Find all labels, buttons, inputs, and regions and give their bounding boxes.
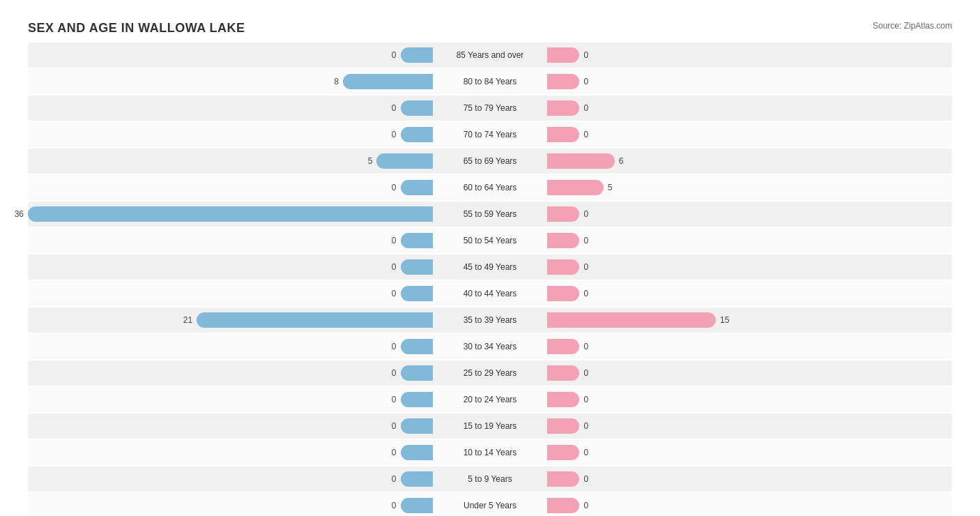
female-value: 0	[583, 289, 588, 298]
female-bar: 0	[547, 418, 579, 434]
left-bar-container: 0	[28, 418, 434, 434]
female-value: 0	[583, 209, 588, 219]
male-bar: 36	[28, 206, 433, 222]
female-value: 0	[583, 421, 588, 431]
female-bar: 0	[547, 339, 579, 354]
chart-header: SEX AND AGE IN WALLOWA LAKE Source: ZipA…	[28, 21, 952, 36]
female-bar: 0	[547, 471, 579, 487]
female-value: 0	[583, 395, 588, 404]
female-bar: 0	[547, 127, 579, 142]
right-bar-container: 0	[546, 498, 952, 513]
left-bar-container: 0	[28, 498, 434, 513]
age-label: 5 to 9 Years	[434, 474, 546, 484]
age-label: 25 to 29 Years	[434, 368, 546, 378]
chart-row: 030 to 34 Years0	[28, 334, 952, 359]
right-bar-container: 0	[546, 47, 952, 63]
chart-wrapper: 085 Years and over0880 to 84 Years0075 t…	[28, 43, 952, 516]
chart-row: 565 to 69 Years6	[28, 149, 952, 174]
male-bar: 0	[401, 286, 433, 301]
male-value: 0	[392, 421, 397, 431]
male-value: 0	[392, 50, 397, 60]
age-label: 80 to 84 Years	[434, 77, 546, 86]
right-bar-container: 6	[546, 153, 952, 169]
male-bar: 8	[343, 74, 433, 89]
left-bar-container: 8	[28, 74, 434, 89]
male-value: 21	[183, 315, 192, 325]
age-label: 70 to 74 Years	[434, 130, 546, 139]
chart-row: 015 to 19 Years0	[28, 413, 952, 439]
right-bar-container: 0	[546, 339, 952, 354]
male-bar: 0	[401, 127, 433, 142]
female-bar: 0	[547, 445, 579, 460]
age-label: 65 to 69 Years	[434, 156, 546, 166]
female-bar: 0	[547, 286, 579, 301]
male-value: 0	[392, 289, 397, 298]
female-value: 0	[583, 77, 588, 86]
male-bar: 0	[401, 47, 433, 63]
left-bar-container: 0	[28, 100, 434, 116]
male-bar: 0	[401, 445, 433, 460]
chart-row: 060 to 64 Years5	[28, 175, 952, 200]
female-value: 0	[583, 236, 588, 245]
male-value: 0	[392, 130, 397, 139]
female-bar: 15	[547, 312, 716, 328]
chart-row: 045 to 49 Years0	[28, 255, 952, 280]
left-bar-container: 0	[28, 286, 434, 301]
male-value: 0	[392, 103, 397, 113]
chart-row: 020 to 24 Years0	[28, 387, 952, 412]
age-label: 60 to 64 Years	[434, 183, 546, 192]
female-value: 0	[583, 342, 588, 351]
female-bar: 0	[547, 47, 579, 63]
male-bar: 21	[197, 312, 433, 328]
female-bar: 0	[547, 392, 579, 407]
chart-row: 05 to 9 Years0	[28, 466, 952, 492]
female-value: 0	[583, 103, 588, 113]
male-value: 5	[368, 156, 373, 166]
chart-source: Source: ZipAtlas.com	[873, 21, 952, 31]
chart-row: 070 to 74 Years0	[28, 122, 952, 147]
left-bar-container: 0	[28, 47, 434, 63]
chart-row: 3655 to 59 Years0	[28, 202, 952, 227]
chart-title: SEX AND AGE IN WALLOWA LAKE	[28, 21, 245, 36]
male-value: 0	[392, 368, 397, 378]
age-label: 35 to 39 Years	[434, 315, 546, 325]
left-bar-container: 36	[28, 206, 434, 222]
chart-row: 050 to 54 Years0	[28, 228, 952, 253]
female-value: 0	[583, 448, 588, 457]
left-bar-container: 5	[28, 153, 434, 169]
right-bar-container: 0	[546, 259, 952, 275]
female-value: 0	[583, 474, 588, 484]
age-label: 50 to 54 Years	[434, 236, 546, 245]
male-value: 0	[392, 395, 397, 404]
left-bar-container: 0	[28, 445, 434, 460]
chart-container: SEX AND AGE IN WALLOWA LAKE Source: ZipA…	[14, 14, 966, 516]
left-bar-container: 0	[28, 180, 434, 195]
right-bar-container: 0	[546, 286, 952, 301]
age-label: 10 to 14 Years	[434, 448, 546, 457]
right-bar-container: 0	[546, 365, 952, 381]
chart-row: 075 to 79 Years0	[28, 96, 952, 121]
male-bar: 0	[401, 180, 433, 195]
female-value: 6	[619, 156, 624, 166]
female-bar: 0	[547, 100, 579, 116]
chart-row: 040 to 44 Years0	[28, 281, 952, 306]
right-bar-container: 0	[546, 206, 952, 222]
right-bar-container: 5	[546, 180, 952, 195]
right-bar-container: 0	[546, 445, 952, 460]
chart-row: 880 to 84 Years0	[28, 69, 952, 94]
male-bar: 0	[401, 365, 433, 381]
age-label: 55 to 59 Years	[434, 209, 546, 219]
left-bar-container: 0	[28, 259, 434, 275]
right-bar-container: 0	[546, 392, 952, 407]
male-value: 0	[392, 448, 397, 457]
age-label: 75 to 79 Years	[434, 103, 546, 113]
female-bar: 0	[547, 365, 579, 381]
male-bar: 0	[401, 100, 433, 116]
chart-row: 085 Years and over0	[28, 43, 952, 68]
right-bar-container: 0	[546, 471, 952, 487]
chart-row: 010 to 14 Years0	[28, 440, 952, 465]
female-value: 15	[720, 315, 729, 325]
female-bar: 0	[547, 206, 579, 222]
male-value: 0	[392, 342, 397, 351]
left-bar-container: 0	[28, 365, 434, 381]
